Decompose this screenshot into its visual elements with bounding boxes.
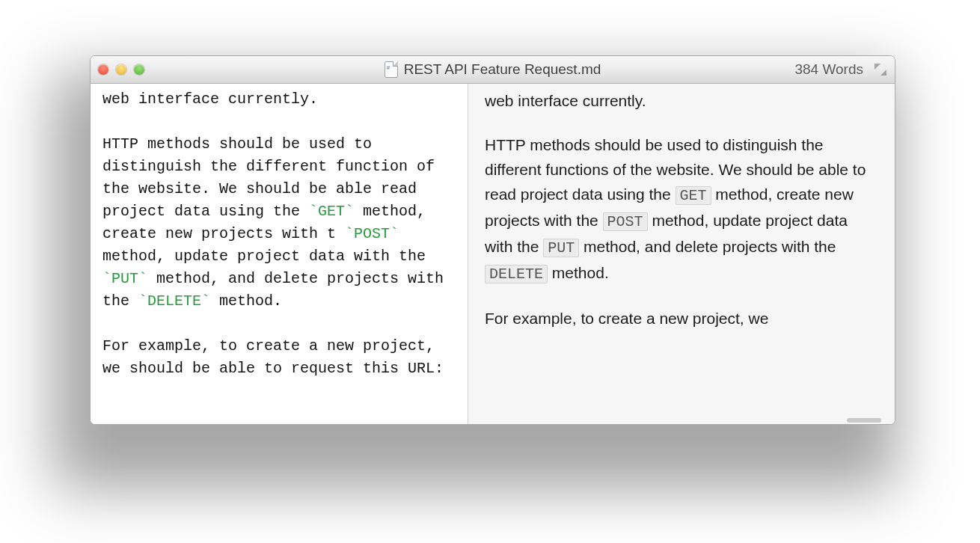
preview-paragraph: HTTP methods should be used to distingui…: [485, 132, 878, 286]
svg-marker-0: [875, 64, 881, 70]
zoom-button[interactable]: [134, 64, 144, 75]
editor-text: method.: [210, 292, 282, 310]
content-area: web interface currently. HTTP methods sh…: [91, 84, 895, 424]
preview-paragraph: For example, to create a new project, we: [485, 306, 878, 331]
code-keyword-delete: DELETE: [147, 292, 201, 310]
backtick-icon: `: [138, 292, 147, 310]
stage: # REST API Feature Request.md 384 Words …: [0, 0, 980, 543]
horizontal-scroll-thumb[interactable]: [847, 418, 881, 423]
code-keyword-post: POST: [603, 212, 648, 231]
preview-text: method.: [548, 264, 609, 281]
backtick-icon: `: [201, 292, 210, 310]
backtick-icon: `: [309, 203, 318, 220]
preview-text: method, and delete projects with the: [579, 238, 836, 255]
backtick-icon: `: [102, 270, 111, 287]
backtick-icon: `: [345, 225, 354, 242]
backtick-icon: `: [390, 225, 399, 242]
traffic-lights: [91, 64, 144, 75]
editor-pane[interactable]: web interface currently. HTTP methods sh…: [91, 84, 468, 424]
backtick-icon: `: [345, 203, 354, 220]
code-keyword-delete: DELETE: [485, 265, 548, 283]
app-window: # REST API Feature Request.md 384 Words …: [90, 55, 895, 425]
code-keyword-get: GET: [318, 203, 345, 220]
fullscreen-icon[interactable]: [874, 63, 887, 76]
minimize-button[interactable]: [116, 64, 126, 75]
titlebar-right: 384 Words: [794, 61, 895, 78]
editor-text: For example, to create a new project, we…: [102, 337, 444, 377]
preview-text: web interface currently.: [485, 92, 646, 109]
markdown-file-icon: #: [385, 61, 398, 78]
editor-text: web interface currently.: [102, 90, 318, 108]
preview-text: For example, to create a new project, we: [485, 310, 768, 327]
preview-paragraph: web interface currently.: [485, 88, 878, 113]
code-keyword-post: POST: [354, 225, 390, 242]
title-center: # REST API Feature Request.md: [91, 61, 895, 78]
preview-pane[interactable]: web interface currently. HTTP methods sh…: [468, 84, 895, 424]
code-keyword-put: PUT: [111, 270, 138, 287]
close-button[interactable]: [98, 64, 108, 75]
svg-marker-1: [881, 70, 886, 76]
backtick-icon: `: [138, 270, 147, 287]
code-keyword-get: GET: [676, 186, 711, 205]
window-title: REST API Feature Request.md: [404, 61, 601, 78]
word-count-label: 384 Words: [794, 61, 863, 78]
titlebar[interactable]: # REST API Feature Request.md 384 Words: [91, 56, 895, 84]
code-keyword-put: PUT: [543, 239, 579, 257]
